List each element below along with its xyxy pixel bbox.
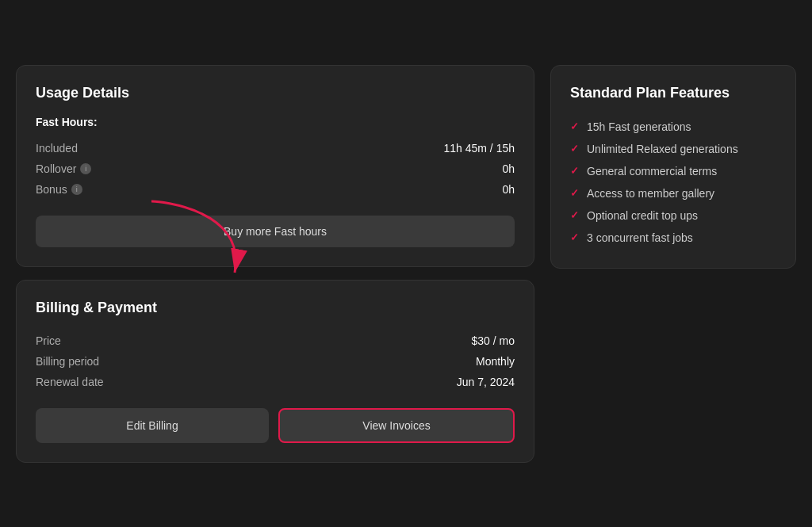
check-icon-4: ✓ bbox=[570, 209, 579, 221]
view-invoices-button[interactable]: View Invoices bbox=[278, 408, 515, 443]
check-icon-5: ✓ bbox=[570, 231, 579, 243]
feature-label-5: 3 concurrent fast jobs bbox=[587, 231, 693, 244]
rollover-info-icon[interactable]: i bbox=[80, 163, 91, 174]
bonus-info-icon[interactable]: i bbox=[71, 184, 82, 195]
included-row: Included 11h 45m / 15h bbox=[36, 138, 515, 158]
standard-plan-features-card: Standard Plan Features ✓ 15h Fast genera… bbox=[550, 65, 796, 269]
feature-item-5: ✓ 3 concurrent fast jobs bbox=[570, 227, 776, 249]
billing-period-label: Billing period bbox=[36, 355, 99, 368]
check-icon-3: ✓ bbox=[570, 187, 579, 199]
included-value: 11h 45m / 15h bbox=[443, 142, 515, 155]
feature-label-0: 15h Fast generations bbox=[587, 120, 691, 133]
usage-details-title: Usage Details bbox=[36, 85, 515, 101]
check-icon-1: ✓ bbox=[570, 143, 579, 155]
feature-label-2: General commercial terms bbox=[587, 165, 717, 178]
feature-label-3: Access to member gallery bbox=[587, 187, 714, 200]
bonus-value: 0h bbox=[502, 183, 515, 196]
feature-item-2: ✓ General commercial terms bbox=[570, 160, 776, 182]
feature-item-3: ✓ Access to member gallery bbox=[570, 182, 776, 204]
included-label: Included bbox=[36, 142, 78, 155]
price-row: Price $30 / mo bbox=[36, 330, 515, 351]
feature-item-1: ✓ Unlimited Relaxed generations bbox=[570, 138, 776, 160]
rollover-row: Rollover i 0h bbox=[36, 158, 515, 179]
check-icon-0: ✓ bbox=[570, 120, 579, 132]
feature-item-0: ✓ 15h Fast generations bbox=[570, 116, 776, 138]
bonus-row: Bonus i 0h bbox=[36, 179, 515, 200]
fast-hours-label: Fast Hours: bbox=[36, 116, 515, 128]
billing-buttons-container: Edit Billing View Invoices bbox=[36, 408, 515, 443]
right-column: Standard Plan Features ✓ 15h Fast genera… bbox=[550, 65, 796, 269]
renewal-date-row: Renewal date Jun 7, 2024 bbox=[36, 372, 515, 392]
bonus-label: Bonus i bbox=[36, 183, 82, 196]
rollover-value: 0h bbox=[502, 162, 515, 175]
buy-fast-hours-button[interactable]: Buy more Fast hours bbox=[36, 216, 515, 247]
feature-label-4: Optional credit top ups bbox=[587, 209, 698, 222]
price-value: $30 / mo bbox=[472, 334, 515, 347]
renewal-date-value: Jun 7, 2024 bbox=[457, 376, 515, 388]
left-column: Usage Details Fast Hours: Included 11h 4… bbox=[16, 65, 534, 463]
feature-label-1: Unlimited Relaxed generations bbox=[587, 143, 738, 155]
main-container: Usage Details Fast Hours: Included 11h 4… bbox=[16, 65, 796, 463]
renewal-date-label: Renewal date bbox=[36, 376, 104, 388]
billing-period-row: Billing period Monthly bbox=[36, 351, 515, 372]
check-icon-2: ✓ bbox=[570, 165, 579, 177]
billing-period-value: Monthly bbox=[476, 355, 515, 368]
price-label: Price bbox=[36, 334, 61, 347]
feature-item-4: ✓ Optional credit top ups bbox=[570, 204, 776, 227]
rollover-label: Rollover i bbox=[36, 162, 91, 175]
edit-billing-button[interactable]: Edit Billing bbox=[36, 408, 269, 443]
usage-details-card: Usage Details Fast Hours: Included 11h 4… bbox=[16, 65, 534, 267]
billing-title: Billing & Payment bbox=[36, 300, 515, 316]
billing-payment-card: Billing & Payment Price $30 / mo Billing… bbox=[16, 280, 534, 463]
features-title: Standard Plan Features bbox=[570, 85, 776, 101]
